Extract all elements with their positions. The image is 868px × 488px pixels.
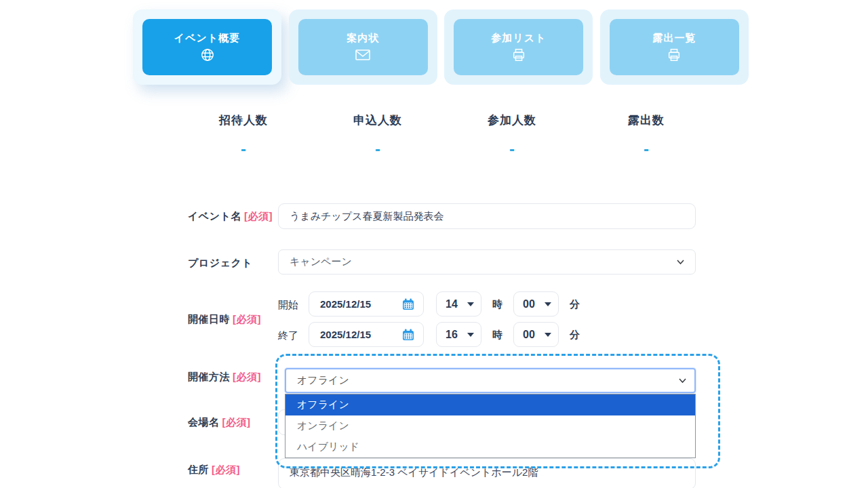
- required-badge: [必須]: [212, 464, 240, 475]
- caret-down-icon: [545, 302, 551, 306]
- required-badge: [必須]: [222, 416, 251, 428]
- required-badge: [必須]: [233, 313, 261, 325]
- calendar-icon: [401, 328, 415, 342]
- required-badge: [必須]: [244, 210, 273, 222]
- method-select[interactable]: オフライン: [285, 368, 696, 393]
- dropdown-option-hybrid[interactable]: ハイブリッド: [285, 436, 695, 458]
- dropdown-option-online[interactable]: オンライン: [285, 415, 695, 436]
- minute-unit: 分: [570, 329, 580, 342]
- label-text: 開催方法: [188, 371, 230, 382]
- stat-label: 露出数: [579, 113, 713, 128]
- stat-applied: 申込人数 -: [311, 113, 445, 152]
- label-text: イベント名: [188, 210, 241, 222]
- address-label: 住所[必須]: [188, 464, 240, 476]
- label-text: 住所: [188, 464, 209, 475]
- tab-label: 露出一覧: [652, 32, 696, 45]
- method-selected-value: オフライン: [297, 374, 349, 387]
- tab-invitation[interactable]: 案内状: [289, 9, 437, 85]
- tab-event-overview-button[interactable]: イベント概要: [142, 19, 272, 75]
- hour-unit: 時: [492, 329, 502, 342]
- tab-participant-list-button[interactable]: 参加リスト: [454, 19, 583, 75]
- start-date-picker[interactable]: 2025/12/15: [309, 291, 424, 317]
- start-hour-select[interactable]: 14: [436, 291, 481, 317]
- end-hour-select[interactable]: 16: [436, 322, 481, 347]
- caret-down-icon: [467, 302, 474, 306]
- envelope-icon: [355, 47, 371, 63]
- tab-event-overview[interactable]: イベント概要: [133, 9, 281, 85]
- label-text: 会場名: [188, 416, 220, 428]
- method-label: 開催方法[必須]: [188, 371, 261, 384]
- chevron-down-icon: [679, 378, 686, 383]
- caret-down-icon: [467, 333, 474, 337]
- hour-unit: 時: [492, 298, 502, 311]
- tab-bar: イベント概要 案内状 参加リスト: [133, 9, 749, 85]
- end-minute-value: 00: [523, 329, 535, 341]
- end-minute-select[interactable]: 00: [513, 322, 559, 347]
- caret-down-icon: [545, 333, 551, 337]
- stat-invited: 招待人数 -: [176, 113, 311, 152]
- printer-icon: [666, 47, 682, 63]
- start-hour-value: 14: [446, 298, 458, 310]
- start-minute-select[interactable]: 00: [513, 291, 559, 317]
- tab-participant-list[interactable]: 参加リスト: [444, 9, 593, 85]
- printer-icon: [511, 47, 527, 63]
- end-date-picker[interactable]: 2025/12/15: [309, 322, 424, 347]
- stats-row: 招待人数 - 申込人数 - 参加人数 - 露出数 -: [176, 113, 713, 152]
- minute-unit: 分: [570, 298, 580, 311]
- stat-label: 参加人数: [445, 113, 579, 128]
- tab-exposure-list-button[interactable]: 露出一覧: [610, 19, 739, 75]
- calendar-icon: [401, 298, 415, 311]
- tab-exposure-list[interactable]: 露出一覧: [600, 9, 749, 85]
- start-minute-value: 00: [523, 298, 535, 310]
- required-badge: [必須]: [233, 371, 261, 382]
- stat-exposures: 露出数 -: [579, 113, 713, 152]
- datetime-label: 開催日時[必須]: [188, 313, 261, 326]
- project-selected-value: キャンペーン: [290, 256, 352, 268]
- method-dropdown-list: オフライン オンライン ハイブリッド: [285, 394, 696, 458]
- dropdown-option-offline[interactable]: オフライン: [285, 394, 695, 415]
- address-value: 東京都中央区晴海1-2-3 ベイサイドイベントホール2階: [290, 466, 538, 479]
- tab-label: 参加リスト: [491, 32, 546, 45]
- event-name-input[interactable]: [278, 203, 696, 229]
- start-label: 開始: [278, 299, 298, 312]
- stat-value: -: [176, 146, 311, 152]
- address-input[interactable]: 東京都中央区晴海1-2-3 ベイサイドイベントホール2階: [278, 458, 696, 488]
- tab-label: 案内状: [347, 32, 379, 45]
- event-name-label: イベント名[必須]: [188, 210, 273, 223]
- end-date-value: 2025/12/15: [320, 329, 371, 340]
- label-text: 開催日時: [188, 313, 230, 325]
- project-select[interactable]: キャンペーン: [278, 249, 696, 274]
- tab-label: イベント概要: [174, 32, 240, 45]
- globe-icon: [199, 47, 216, 63]
- stat-label: 申込人数: [311, 113, 445, 128]
- stat-value: -: [311, 146, 445, 152]
- end-hour-value: 16: [446, 329, 458, 341]
- chevron-down-icon: [677, 260, 684, 264]
- tab-invitation-button[interactable]: 案内状: [298, 19, 428, 75]
- stat-participants: 参加人数 -: [445, 113, 579, 152]
- end-label: 終了: [278, 329, 298, 342]
- stat-label: 招待人数: [176, 113, 311, 128]
- stat-value: -: [579, 146, 713, 152]
- start-date-value: 2025/12/15: [320, 298, 371, 310]
- venue-label: 会場名[必須]: [188, 416, 251, 429]
- project-label: プロジェクト: [188, 257, 252, 270]
- event-overview-page: イベント概要 案内状 参加リスト: [0, 0, 868, 488]
- stat-value: -: [445, 146, 579, 152]
